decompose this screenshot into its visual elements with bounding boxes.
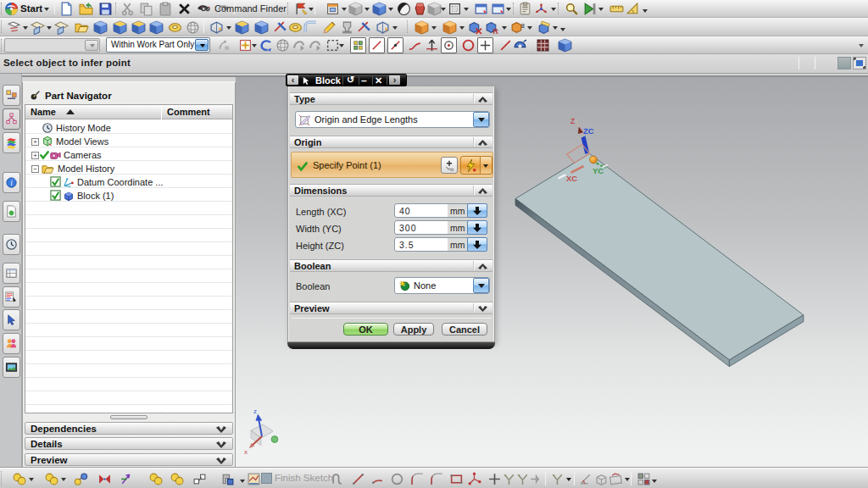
svg-text:x: x bbox=[244, 448, 248, 456]
svg-text:z: z bbox=[253, 408, 257, 415]
svg-text:XC: XC bbox=[566, 174, 577, 183]
svg-text:ZC: ZC bbox=[583, 126, 594, 136]
svg-text:Z: Z bbox=[570, 117, 575, 125]
svg-text:YC: YC bbox=[593, 166, 604, 175]
